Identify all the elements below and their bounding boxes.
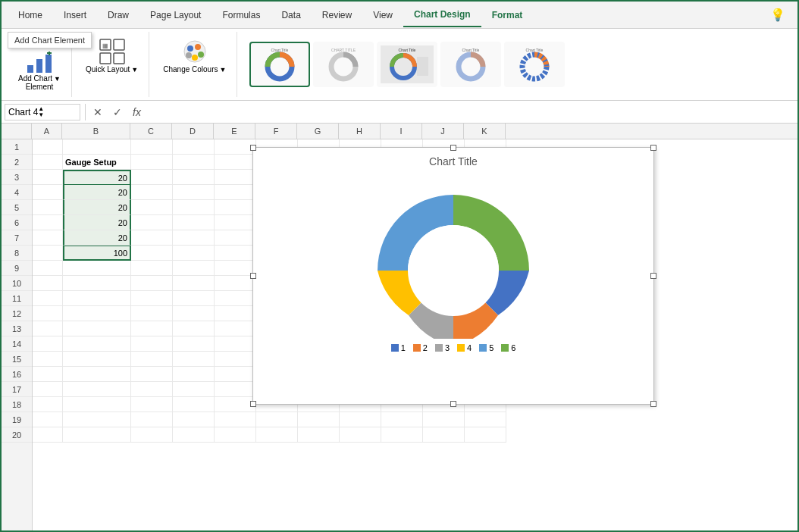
cell-b6[interactable]: 20 — [63, 215, 131, 230]
row-18[interactable]: 18 — [2, 397, 32, 412]
cell-b3[interactable]: 20 — [63, 170, 131, 185]
resize-handle-top[interactable] — [450, 145, 456, 151]
chart[interactable]: Chart Title — [252, 147, 654, 405]
cell-d7[interactable] — [173, 230, 215, 246]
resize-handle-left[interactable] — [250, 273, 256, 279]
cell-c7[interactable] — [131, 230, 173, 246]
resize-handle-topright[interactable] — [650, 145, 656, 151]
cell-d5[interactable] — [173, 200, 215, 215]
tab-data[interactable]: Data — [271, 4, 311, 27]
cell-b7[interactable]: 20 — [63, 230, 131, 246]
chart-title[interactable]: Chart Title — [429, 155, 478, 167]
change-colours-dropdown[interactable]: ▼ — [220, 66, 227, 74]
row-17[interactable]: 17 — [2, 382, 32, 397]
cell-d6[interactable] — [173, 215, 215, 230]
cell-d8[interactable] — [173, 246, 215, 261]
row-10[interactable]: 10 — [2, 276, 32, 291]
col-header-g[interactable]: G — [297, 124, 339, 139]
cell-c6[interactable] — [131, 215, 173, 230]
cell-c2[interactable] — [131, 155, 173, 170]
cell-d2[interactable] — [173, 155, 215, 170]
help-icon[interactable]: 💡 — [764, 2, 791, 28]
cell-b5[interactable]: 20 — [63, 200, 131, 215]
row-15[interactable]: 15 — [2, 352, 32, 367]
cell-e6[interactable] — [215, 215, 256, 230]
cell-b4[interactable]: 20 — [63, 185, 131, 200]
col-header-d[interactable]: D — [172, 124, 214, 139]
resize-handle-bottom[interactable] — [450, 401, 456, 407]
chart-style-3[interactable]: Chart Title — [377, 42, 437, 87]
cell-d1[interactable] — [173, 139, 215, 155]
tab-view[interactable]: View — [362, 4, 403, 27]
change-colours-button[interactable]: Change Colours ▼ — [158, 35, 230, 77]
row-5[interactable]: 5 — [2, 200, 32, 215]
row-19[interactable]: 19 — [2, 412, 32, 427]
col-header-c[interactable]: C — [130, 124, 172, 139]
cell-a7[interactable] — [33, 230, 63, 246]
chart-style-4[interactable]: Chart Title — [440, 42, 501, 87]
cell-a6[interactable] — [33, 215, 63, 230]
row-9[interactable]: 9 — [2, 261, 32, 276]
tab-insert[interactable]: Insert — [53, 4, 97, 27]
row-3[interactable]: 3 — [2, 170, 32, 185]
row-14[interactable]: 14 — [2, 336, 32, 352]
cell-a1[interactable] — [33, 139, 63, 155]
cell-c1[interactable] — [131, 139, 173, 155]
cell-b2[interactable]: Gauge Setup — [63, 155, 131, 170]
cell-c3[interactable] — [131, 170, 173, 185]
col-header-i[interactable]: I — [381, 124, 422, 139]
cell-e2[interactable] — [215, 155, 256, 170]
row-12[interactable]: 12 — [2, 306, 32, 321]
cell-e5[interactable] — [215, 200, 256, 215]
cell-c4[interactable] — [131, 185, 173, 200]
tab-page-layout[interactable]: Page Layout — [139, 4, 212, 27]
cell-a5[interactable] — [33, 200, 63, 215]
col-header-k[interactable]: K — [464, 124, 506, 139]
resize-handle-topleft[interactable] — [250, 145, 256, 151]
tab-format[interactable]: Format — [481, 4, 534, 27]
add-chart-element-button[interactable]: Add Chart ▼ Element — [14, 49, 65, 94]
col-header-e[interactable]: E — [214, 124, 255, 139]
cell-a8[interactable] — [33, 246, 63, 261]
cell-e7[interactable] — [215, 230, 256, 246]
resize-handle-bottomleft[interactable] — [250, 401, 256, 407]
chart-style-5[interactable]: Chart Title — [504, 42, 565, 87]
fx-button[interactable]: fx — [130, 105, 144, 120]
resize-handle-right[interactable] — [650, 273, 656, 279]
chart-style-2[interactable]: CHART TITLE — [313, 42, 374, 87]
tab-chart-design[interactable]: Chart Design — [403, 3, 481, 27]
cell-a2[interactable] — [33, 155, 63, 170]
cell-e8[interactable] — [215, 246, 256, 261]
row-8[interactable]: 8 — [2, 246, 32, 261]
row-1[interactable]: 1 — [2, 139, 32, 155]
resize-handle-bottomright[interactable] — [650, 401, 656, 407]
cell-b8[interactable]: 100 — [63, 246, 131, 261]
cell-c5[interactable] — [131, 200, 173, 215]
row-16[interactable]: 16 — [2, 367, 32, 382]
cell-d4[interactable] — [173, 185, 215, 200]
add-chart-dropdown-arrow[interactable]: ▼ — [54, 75, 61, 83]
col-header-j[interactable]: J — [422, 124, 464, 139]
row-7[interactable]: 7 — [2, 230, 32, 246]
row-2[interactable]: 2 — [2, 155, 32, 170]
quick-layout-dropdown[interactable]: ▼ — [131, 66, 138, 74]
col-header-a[interactable]: A — [32, 124, 62, 139]
row-6[interactable]: 6 — [2, 215, 32, 230]
cancel-button[interactable]: ✕ — [90, 105, 105, 120]
col-header-h[interactable]: H — [339, 124, 381, 139]
confirm-button[interactable]: ✓ — [110, 105, 125, 120]
name-box-dropdown[interactable]: ▲ ▼ — [38, 106, 44, 118]
tab-draw[interactable]: Draw — [97, 4, 139, 27]
row-11[interactable]: 11 — [2, 291, 32, 306]
row-13[interactable]: 13 — [2, 321, 32, 336]
cell-b1[interactable] — [63, 139, 131, 155]
name-box[interactable]: Chart 4 ▲ ▼ — [5, 104, 80, 120]
row-4[interactable]: 4 — [2, 185, 32, 200]
tab-formulas[interactable]: Formulas — [212, 4, 271, 27]
cell-c8[interactable] — [131, 246, 173, 261]
row-20[interactable]: 20 — [2, 427, 32, 443]
formula-input[interactable] — [147, 107, 794, 117]
tab-home[interactable]: Home — [8, 4, 53, 27]
chart-style-1[interactable]: Chart Title — [249, 42, 310, 87]
cell-d3[interactable] — [173, 170, 215, 185]
